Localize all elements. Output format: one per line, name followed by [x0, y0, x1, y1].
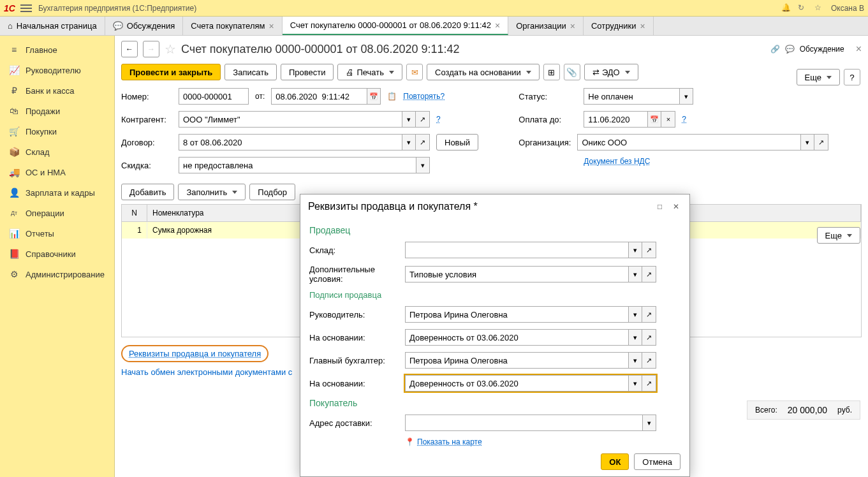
sidebar-item-admin[interactable]: ⚙Администрирование	[0, 264, 114, 284]
ok-button[interactable]: ОК	[601, 453, 629, 470]
close-doc-icon[interactable]: ×	[856, 43, 862, 55]
status-input[interactable]	[584, 88, 679, 105]
tab-invoices[interactable]: Счета покупателям×	[183, 17, 282, 35]
calendar-icon[interactable]: 📅	[647, 111, 661, 128]
discussion-label[interactable]: Обсуждение	[800, 45, 844, 54]
sidebar-item-operations[interactable]: ДтОперации	[0, 203, 114, 223]
open-icon[interactable]: ↗	[642, 375, 656, 392]
link-icon[interactable]: 🔗	[770, 45, 780, 54]
forward-button[interactable]: →	[143, 41, 159, 57]
org-input[interactable]	[577, 134, 800, 150]
delivery-input[interactable]	[405, 415, 642, 431]
discount-input[interactable]	[179, 157, 416, 173]
save-button[interactable]: Записать	[224, 64, 277, 80]
close-icon[interactable]: ×	[640, 22, 645, 31]
tab-invoice-current[interactable]: Счет покупателю 0000-000001 от 08.06.202…	[283, 17, 509, 35]
date-input[interactable]	[271, 88, 367, 105]
tab-home[interactable]: ⌂Начальная страница	[0, 17, 105, 35]
post-button[interactable]: Провести	[281, 64, 334, 80]
new-contract-button[interactable]: Новый	[436, 134, 478, 150]
structure-button[interactable]: ⊞	[543, 64, 560, 80]
sidebar-item-salary[interactable]: 👤Зарплата и кадры	[0, 182, 114, 203]
dropdown-icon[interactable]: ▾	[416, 157, 430, 173]
counterparty-help[interactable]: ?	[436, 115, 441, 124]
pick-button[interactable]: Подбор	[249, 184, 295, 200]
extra-input[interactable]	[405, 266, 628, 283]
help-button[interactable]: ?	[844, 69, 860, 85]
dropdown-icon[interactable]: ▾	[679, 88, 693, 105]
add-button[interactable]: Добавить	[121, 184, 174, 200]
close-icon[interactable]: ×	[268, 22, 274, 31]
sidebar-item-manager[interactable]: 📈Руководителю	[0, 60, 114, 80]
create-based-button[interactable]: Создать на основании	[427, 64, 540, 80]
back-button[interactable]: ←	[121, 41, 138, 57]
contract-input[interactable]	[179, 134, 402, 150]
open-icon[interactable]: ↗	[814, 134, 828, 150]
bell-icon[interactable]: 🔔	[781, 3, 791, 13]
close-icon[interactable]: ×	[495, 21, 500, 30]
sidebar-item-warehouse[interactable]: 📦Склад	[0, 142, 114, 162]
post-close-button[interactable]: Провести и закрыть	[121, 64, 221, 80]
close-icon[interactable]: ✕	[673, 202, 682, 211]
warehouse-input[interactable]	[405, 242, 628, 258]
chat-icon[interactable]: 💬	[785, 45, 795, 54]
attach-button[interactable]: 📎	[564, 64, 580, 80]
open-icon[interactable]: ↗	[416, 134, 430, 150]
more-button[interactable]: Еще	[797, 69, 840, 85]
tab-orgs[interactable]: Организации×	[508, 17, 584, 35]
print-button[interactable]: 🖨Печать	[337, 64, 402, 80]
dropdown-icon[interactable]: ▾	[628, 306, 642, 323]
accountant-input[interactable]	[405, 352, 628, 369]
open-icon[interactable]: ↗	[642, 352, 656, 369]
head-input[interactable]	[405, 306, 628, 323]
basis1-input[interactable]	[405, 329, 628, 346]
counterparty-input[interactable]	[179, 111, 402, 128]
open-icon[interactable]: ↗	[642, 306, 656, 323]
pay-help[interactable]: ?	[682, 115, 686, 124]
requisites-link[interactable]: Реквизиты продавца и покупателя	[129, 349, 261, 358]
sidebar-item-sales[interactable]: 🛍Продажи	[0, 101, 114, 121]
sidebar-item-bank[interactable]: ₽Банк и касса	[0, 80, 114, 101]
number-input[interactable]	[179, 88, 249, 105]
fill-button[interactable]: Заполнить	[178, 184, 246, 200]
cancel-button[interactable]: Отмена	[634, 453, 680, 470]
open-icon[interactable]: ↗	[642, 242, 656, 258]
sidebar-item-purchases[interactable]: 🛒Покупки	[0, 121, 114, 142]
pay-until-input[interactable]	[584, 111, 647, 128]
dropdown-icon[interactable]: ▾	[628, 242, 642, 258]
map-link[interactable]: Показать на карте	[417, 437, 482, 446]
maximize-icon[interactable]: □	[658, 202, 666, 211]
schedule-icon[interactable]: 📋	[387, 92, 397, 101]
repeat-link[interactable]: Повторять?	[403, 92, 445, 101]
no-vat-link[interactable]: Документ без НДС	[584, 157, 650, 166]
table-more-button[interactable]: Еще	[817, 227, 860, 244]
dropdown-icon[interactable]: ▾	[628, 375, 642, 392]
sidebar-item-reports[interactable]: 📊Отчеты	[0, 223, 114, 244]
dropdown-icon[interactable]: ▾	[628, 329, 642, 346]
favorite-icon[interactable]: ☆	[165, 41, 176, 57]
open-icon[interactable]: ↗	[416, 111, 430, 128]
main-menu-icon[interactable]	[20, 4, 32, 12]
dropdown-icon[interactable]: ▾	[628, 266, 642, 283]
sidebar-item-main[interactable]: ≡Главное	[0, 40, 114, 60]
dropdown-icon[interactable]: ▾	[800, 134, 814, 150]
dropdown-icon[interactable]: ▾	[628, 352, 642, 369]
calendar-icon[interactable]: 📅	[367, 88, 381, 105]
open-icon[interactable]: ↗	[642, 266, 656, 283]
basis2-input[interactable]	[405, 375, 628, 392]
user-name[interactable]: Оксана В	[831, 4, 864, 13]
history-icon[interactable]: ↻	[798, 3, 808, 13]
tab-employees[interactable]: Сотрудники×	[584, 17, 654, 35]
clear-icon[interactable]: ×	[661, 111, 675, 128]
dropdown-icon[interactable]: ▾	[402, 134, 416, 150]
email-button[interactable]: ✉	[406, 64, 423, 80]
edo-button[interactable]: ⇄ЭДО	[584, 64, 638, 80]
star-icon[interactable]: ☆	[814, 3, 825, 13]
sidebar-item-refs[interactable]: 📕Справочники	[0, 244, 114, 264]
dropdown-icon[interactable]: ▾	[642, 415, 656, 431]
close-icon[interactable]: ×	[570, 22, 575, 31]
dropdown-icon[interactable]: ▾	[402, 111, 416, 128]
sidebar-item-assets[interactable]: 🚚ОС и НМА	[0, 162, 114, 182]
open-icon[interactable]: ↗	[642, 329, 656, 346]
tab-discussions[interactable]: 💬Обсуждения	[105, 17, 184, 35]
